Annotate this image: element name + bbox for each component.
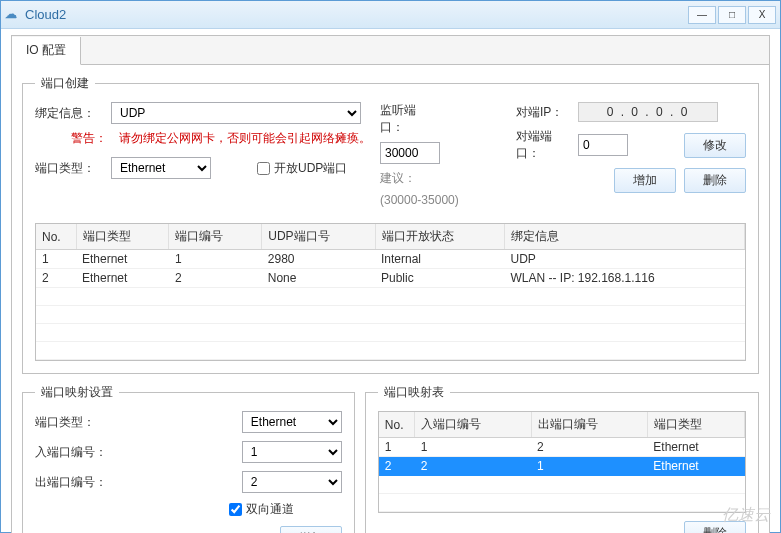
ms-port-type-select[interactable]: Ethernet [242, 411, 342, 433]
port-type-label: 端口类型： [35, 160, 103, 177]
watermark: 亿速云 [722, 505, 770, 526]
tab-body: 端口创建 绑定信息： UDP 警告： 请勿绑定公网网卡，否则 [12, 65, 769, 533]
map-table-legend: 端口映射表 [378, 384, 450, 401]
ms-port-type-label: 端口类型： [35, 414, 125, 431]
app-window: ☁ Cloud2 — □ X IO 配置 端口创建 绑定信息： [0, 0, 781, 533]
window-title: Cloud2 [25, 7, 688, 22]
port-create-legend: 端口创建 [35, 75, 95, 92]
table-row[interactable]: 112Ethernet [379, 438, 745, 457]
col-bind: 绑定信息 [505, 224, 745, 250]
bidir-checkbox-label[interactable]: 双向通道 [229, 501, 294, 518]
ms-in-select[interactable]: 1 [242, 441, 342, 463]
map-setting-legend: 端口映射设置 [35, 384, 119, 401]
col-num: 端口编号 [169, 224, 262, 250]
tab-io-config[interactable]: IO 配置 [12, 37, 81, 65]
mt-col-no: No. [379, 412, 415, 438]
port-table[interactable]: No. 端口类型 端口编号 UDP端口号 端口开放状态 绑定信息 1Ethern… [35, 223, 746, 361]
warning-label: 警告： [39, 130, 107, 147]
tab-header: IO 配置 [12, 36, 769, 65]
window-controls: — □ X [688, 6, 776, 24]
listen-port-input[interactable] [380, 142, 440, 164]
open-udp-checkbox[interactable] [257, 162, 270, 175]
map-setting-group: 端口映射设置 端口类型： Ethernet 入端口编号： 1 出端口编 [22, 384, 355, 533]
maximize-button[interactable]: □ [718, 6, 746, 24]
app-icon: ☁ [5, 7, 21, 23]
col-udp: UDP端口号 [262, 224, 375, 250]
suggest-label: 建议： [380, 170, 416, 187]
titlebar: ☁ Cloud2 — □ X [1, 1, 780, 29]
warning-text: 请勿绑定公网网卡，否则可能会引起网络瘫痪。 [119, 130, 371, 147]
bidir-checkbox[interactable] [229, 503, 242, 516]
col-type: 端口类型 [76, 224, 169, 250]
map-table[interactable]: No. 入端口编号 出端口编号 端口类型 112Ethernet [378, 411, 746, 513]
col-no: No. [36, 224, 76, 250]
peer-ip-label: 对端IP： [516, 104, 572, 121]
tab-container: IO 配置 端口创建 绑定信息： UDP [11, 35, 770, 533]
map-table-group: 端口映射表 No. 入端口编号 出端口编号 端口类型 [365, 384, 759, 533]
bind-info-label: 绑定信息： [35, 105, 103, 122]
peer-port-label: 对端端口： [516, 128, 572, 162]
table-row[interactable]: 1Ethernet12980InternalUDP [36, 250, 745, 269]
ms-in-label: 入端口编号： [35, 444, 125, 461]
peer-ip-input[interactable]: 0 . 0 . 0 . 0 [578, 102, 718, 122]
suggest-range: (30000-35000) [380, 193, 459, 207]
mt-col-in: 入端口编号 [415, 412, 531, 438]
content-area: IO 配置 端口创建 绑定信息： UDP [1, 29, 780, 533]
close-button[interactable]: X [748, 6, 776, 24]
mt-col-out: 出端口编号 [531, 412, 647, 438]
listen-port-label: 监听端口： [380, 102, 436, 136]
modify-button[interactable]: 修改 [684, 133, 746, 158]
add-port-button[interactable]: 增加 [614, 168, 676, 193]
port-create-group: 端口创建 绑定信息： UDP 警告： 请勿绑定公网网卡，否则 [22, 75, 759, 374]
peer-port-input[interactable] [578, 134, 628, 156]
ms-out-label: 出端口编号： [35, 474, 125, 491]
mt-col-type: 端口类型 [647, 412, 744, 438]
port-type-select[interactable]: Ethernet [111, 157, 211, 179]
col-open: 端口开放状态 [375, 224, 505, 250]
ms-add-button[interactable]: 增加 [280, 526, 342, 533]
minimize-button[interactable]: — [688, 6, 716, 24]
delete-port-button[interactable]: 删除 [684, 168, 746, 193]
table-row[interactable]: 2Ethernet2NonePublicWLAN -- IP: 192.168.… [36, 269, 745, 288]
open-udp-checkbox-label[interactable]: 开放UDP端口 [257, 160, 347, 177]
table-row[interactable]: 221Ethernet [379, 457, 745, 476]
ms-out-select[interactable]: 2 [242, 471, 342, 493]
bind-info-select[interactable]: UDP [111, 102, 361, 124]
